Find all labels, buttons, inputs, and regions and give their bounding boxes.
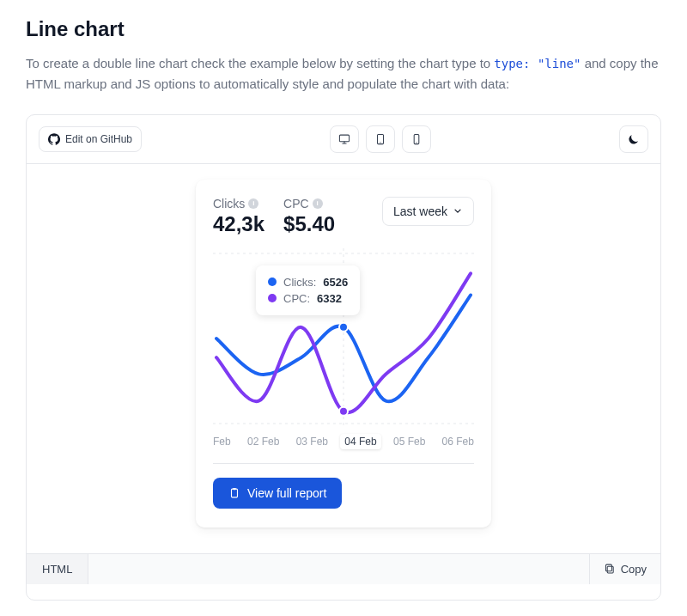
svg-rect-10: [232, 489, 238, 497]
section-title: Line chart: [26, 17, 661, 41]
svg-point-9: [339, 407, 348, 416]
axis-label: 05 Feb: [393, 436, 425, 448]
svg-point-8: [339, 323, 348, 332]
chart-axis-labels: Feb02 Feb03 Feb04 Feb05 Feb06 Feb: [213, 429, 474, 448]
svg-rect-11: [233, 488, 236, 490]
metric-clicks: Clicks i 42,3k: [213, 197, 264, 236]
axis-label: 06 Feb: [442, 436, 474, 448]
chart-widget: Clicks i 42,3k CPC i $5.40 Last we: [196, 180, 491, 528]
example-card: Edit on GitHub: [26, 114, 661, 601]
tab-html[interactable]: HTML: [27, 554, 88, 584]
example-toolbar: Edit on GitHub: [27, 115, 660, 164]
clipboard-icon: [228, 487, 240, 499]
info-icon[interactable]: i: [313, 198, 323, 209]
axis-label: 04 Feb: [340, 434, 380, 449]
dark-mode-toggle[interactable]: [619, 125, 648, 153]
axis-label: 03 Feb: [296, 436, 328, 448]
svg-point-4: [416, 142, 416, 143]
legend-dot-cpc: [268, 294, 277, 302]
copy-button[interactable]: Copy: [589, 554, 660, 584]
chart-plot: Clicks: 6526 CPC: 6332: [213, 248, 474, 429]
metric-cpc-value: $5.40: [283, 212, 335, 236]
axis-label: Feb: [213, 436, 231, 448]
metric-clicks-value: 42,3k: [213, 212, 264, 236]
code-preview: [27, 584, 660, 600]
desktop-icon: [338, 133, 350, 145]
info-icon[interactable]: i: [248, 198, 258, 209]
svg-rect-13: [605, 565, 611, 572]
github-icon: [48, 133, 60, 145]
tablet-icon: [374, 133, 386, 145]
view-full-report-button[interactable]: View full report: [213, 478, 342, 509]
svg-point-2: [380, 142, 380, 143]
code-tabbar: HTML Copy: [27, 553, 660, 584]
mobile-view-button[interactable]: [402, 125, 431, 153]
legend-dot-clicks: [268, 278, 277, 286]
chart-tooltip: Clicks: 6526 CPC: 6332: [256, 265, 360, 315]
mobile-icon: [410, 133, 423, 145]
date-range-select[interactable]: Last week: [382, 197, 474, 226]
section-description: To create a double line chart check the …: [26, 53, 661, 94]
type-code: type: "line": [494, 57, 581, 70]
axis-label: 02 Feb: [247, 436, 279, 448]
metric-cpc: CPC i $5.40: [283, 197, 335, 236]
edit-on-github-button[interactable]: Edit on GitHub: [39, 126, 142, 152]
desktop-view-button[interactable]: [330, 125, 359, 153]
chevron-down-icon: [453, 206, 463, 217]
divider: [213, 463, 474, 464]
copy-icon: [604, 563, 616, 575]
svg-rect-0: [339, 135, 349, 142]
svg-rect-12: [607, 567, 613, 574]
moon-icon: [628, 133, 640, 145]
tablet-view-button[interactable]: [366, 125, 395, 153]
